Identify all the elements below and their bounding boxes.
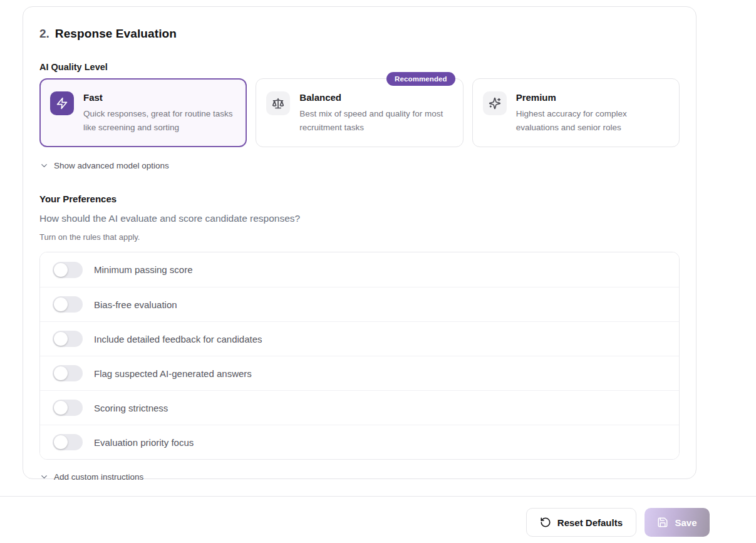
- save-label: Save: [675, 517, 696, 528]
- toggle-knob: [54, 332, 68, 346]
- option-title: Fast: [83, 92, 236, 103]
- add-custom-instructions-toggle[interactable]: Add custom instructions: [39, 472, 143, 482]
- section-number: 2.: [39, 27, 49, 41]
- footer-divider: [0, 496, 756, 497]
- toggle-knob: [54, 366, 68, 380]
- rule-label: Minimum passing score: [94, 264, 193, 275]
- toggle-bias-free-evaluation[interactable]: [53, 296, 83, 313]
- response-evaluation-panel: 2. Response Evaluation AI Quality Level …: [23, 6, 696, 479]
- section-title: Response Evaluation: [55, 27, 177, 41]
- chevron-down-icon: [39, 472, 49, 482]
- quality-option-fast[interactable]: Fast Quick responses, great for routine …: [39, 78, 247, 147]
- option-title: Premium: [516, 92, 669, 103]
- option-title: Balanced: [299, 92, 452, 103]
- rule-label: Include detailed feedback for candidates: [94, 334, 262, 344]
- option-description: Best mix of speed and quality for most r…: [299, 107, 452, 135]
- rule-row-scoring-strictness: Scoring strictness: [40, 390, 679, 425]
- rule-row-bias-free-evaluation: Bias-free evaluation: [40, 287, 679, 321]
- toggle-knob: [54, 297, 68, 311]
- chevron-down-icon: [39, 161, 49, 170]
- save-button[interactable]: Save: [645, 508, 710, 537]
- option-description: Highest accuracy for complex evaluations…: [516, 107, 669, 135]
- rule-label: Bias-free evaluation: [94, 299, 177, 310]
- rule-label: Scoring strictness: [94, 403, 168, 413]
- disclosure-label: Show advanced model options: [54, 161, 169, 170]
- preferences-hint: Turn on the rules that apply.: [39, 232, 680, 242]
- rule-row-evaluation-priority: Evaluation priority focus: [40, 425, 679, 459]
- toggle-knob: [54, 263, 68, 277]
- show-advanced-model-options-toggle[interactable]: Show advanced model options: [39, 161, 169, 170]
- preferences-question: How should the AI evaluate and score can…: [39, 213, 680, 224]
- disclosure-label: Add custom instructions: [54, 472, 143, 482]
- quality-options-row: Fast Quick responses, great for routine …: [39, 78, 680, 147]
- sparkles-icon: [483, 91, 507, 115]
- toggle-minimum-passing-score[interactable]: [53, 262, 83, 278]
- page-title: 2. Response Evaluation: [39, 27, 680, 41]
- zap-icon: [50, 91, 74, 115]
- rule-label: Flag suspected AI-generated answers: [94, 368, 252, 379]
- toggle-knob: [54, 435, 68, 449]
- rule-row-flag-ai-answers: Flag suspected AI-generated answers: [40, 356, 679, 390]
- toggle-knob: [54, 401, 68, 415]
- rules-list: Minimum passing score Bias-free evaluati…: [39, 252, 680, 460]
- rotate-ccw-icon: [540, 517, 551, 528]
- reset-defaults-label: Reset Defaults: [557, 517, 623, 528]
- recommended-badge: Recommended: [386, 72, 455, 86]
- rule-label: Evaluation priority focus: [94, 437, 194, 448]
- toggle-detailed-feedback[interactable]: [53, 331, 83, 347]
- toggle-evaluation-priority[interactable]: [53, 434, 83, 450]
- your-preferences-heading: Your Preferences: [39, 194, 680, 204]
- reset-defaults-button[interactable]: Reset Defaults: [526, 508, 636, 537]
- rule-row-detailed-feedback: Include detailed feedback for candidates: [40, 321, 679, 356]
- quality-option-balanced[interactable]: Recommended Balanced Best mix of speed a…: [256, 78, 463, 147]
- option-description: Quick responses, great for routine tasks…: [83, 107, 236, 135]
- toggle-flag-ai-answers[interactable]: [53, 365, 83, 381]
- rule-row-minimum-passing-score: Minimum passing score: [40, 252, 679, 287]
- ai-quality-level-label: AI Quality Level: [39, 62, 680, 72]
- footer-actions: Reset Defaults Save: [526, 508, 710, 537]
- save-icon: [657, 517, 668, 528]
- scale-icon: [266, 91, 290, 115]
- toggle-scoring-strictness[interactable]: [53, 400, 83, 416]
- quality-option-premium[interactable]: Premium Highest accuracy for complex eva…: [472, 78, 680, 147]
